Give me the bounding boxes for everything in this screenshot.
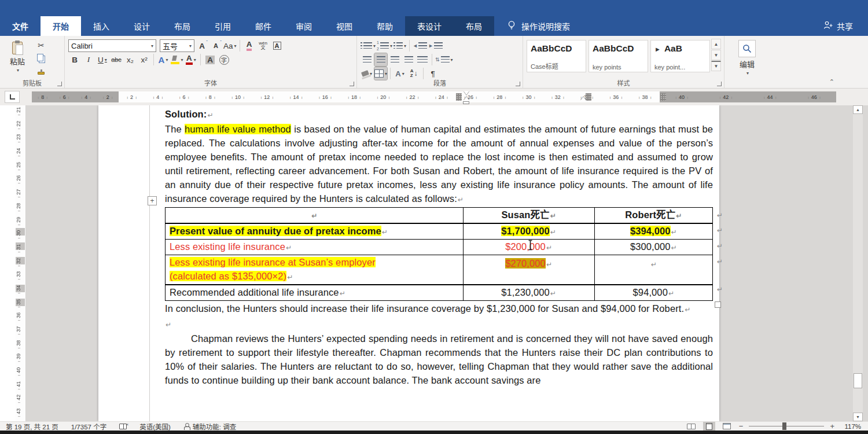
word-count[interactable]: 1/7357 个字 xyxy=(71,422,106,431)
cut-button[interactable]: ✂ xyxy=(35,39,47,52)
collapse-ribbon-button[interactable]: ⌃ xyxy=(829,78,834,86)
table-move-handle[interactable]: + xyxy=(148,196,157,205)
bullets-button[interactable]: ▾ xyxy=(361,39,376,52)
character-shading-button[interactable]: A xyxy=(204,53,216,66)
header-empty-cell[interactable]: ↵ xyxy=(165,208,464,224)
font-name-combobox[interactable]: Calibri▾ xyxy=(68,39,156,52)
align-right-button[interactable] xyxy=(388,53,401,66)
styles-gallery-more-button[interactable]: ▼ xyxy=(711,61,721,71)
table-resize-handle[interactable] xyxy=(715,301,721,308)
line-spacing-button[interactable]: ⇅▾ xyxy=(435,53,453,66)
tab-file[interactable]: 文件 xyxy=(0,16,41,36)
row-label-cell[interactable]: Less existing life insurance↵ xyxy=(165,240,464,255)
zoom-out-button[interactable]: − xyxy=(739,422,744,431)
tab-layout[interactable]: 布局 xyxy=(162,16,203,36)
align-left-button[interactable] xyxy=(361,53,373,66)
tab-table-design[interactable]: 表设计 xyxy=(405,16,454,36)
first-line-indent-marker[interactable] xyxy=(464,91,469,95)
row-label-cell[interactable]: Less existing life insurance at Susan’s … xyxy=(165,255,464,285)
document-page[interactable]: Solution:↵ The human life value method i… xyxy=(98,105,719,421)
language-indicator[interactable]: 英语(美国) xyxy=(139,422,171,431)
tell-me-search[interactable]: 操作说明搜索 xyxy=(507,16,570,36)
table-column-marker-icon[interactable] xyxy=(456,93,462,101)
subscript-button[interactable]: x₂ xyxy=(124,53,137,66)
font-dialog-launcher-icon[interactable] xyxy=(350,82,354,86)
distribute-button[interactable] xyxy=(416,53,429,66)
solution-heading[interactable]: Solution:↵ xyxy=(165,107,713,122)
styles-scroll-down-button[interactable]: ▼ xyxy=(711,50,721,60)
clipboard-dialog-launcher-icon[interactable] xyxy=(57,82,62,86)
increase-indent-button[interactable]: ► xyxy=(428,39,443,52)
text-effects-button[interactable]: A▾ xyxy=(157,53,170,66)
hanging-indent-marker[interactable] xyxy=(464,97,469,101)
styles-scroll-up-button[interactable]: ▲ xyxy=(711,39,721,49)
text-highlight-button[interactable]: ▾ xyxy=(171,53,183,66)
align-center-button[interactable] xyxy=(374,53,387,66)
tab-help[interactable]: 帮助 xyxy=(365,16,405,36)
bold-button[interactable]: B xyxy=(68,53,81,66)
copy-button[interactable] xyxy=(35,52,47,65)
font-size-combobox[interactable]: 五号▾ xyxy=(160,39,194,52)
zoom-level[interactable]: 117% xyxy=(840,423,861,430)
susan-value-cell[interactable]: $270,000↵ xyxy=(463,255,594,285)
header-robert-cell[interactable]: Robert死亡↵ xyxy=(594,208,712,224)
tab-view[interactable]: 视图 xyxy=(324,16,365,36)
numbering-button[interactable]: 12▾ xyxy=(377,39,392,52)
paste-button[interactable]: 粘贴 ▾ xyxy=(3,39,31,76)
format-painter-button[interactable] xyxy=(35,65,47,78)
proofing-icon[interactable]: × xyxy=(119,424,127,429)
susan-value-cell[interactable]: $1,230,000↵ xyxy=(463,285,594,301)
tab-insert[interactable]: 插入 xyxy=(81,16,122,36)
italic-button[interactable]: I xyxy=(82,53,95,66)
paragraph-dialog-launcher-icon[interactable] xyxy=(516,82,520,86)
decrease-indent-button[interactable]: ◄ xyxy=(413,39,427,52)
editing-button[interactable]: 编辑 ▾ xyxy=(728,39,766,76)
header-susan-cell[interactable]: Susan死亡↵ xyxy=(463,208,594,224)
robert-value-cell[interactable]: $94,000↵ xyxy=(594,285,712,301)
tab-table-layout[interactable]: 布局 xyxy=(454,16,494,36)
scroll-down-button[interactable]: ▼ xyxy=(853,413,863,421)
multilevel-list-button[interactable]: ▾ xyxy=(393,39,406,52)
page-indicator[interactable]: 第 19 页, 共 21 页 xyxy=(6,422,58,431)
robert-value-cell[interactable]: ↵ xyxy=(594,255,712,285)
read-mode-button[interactable] xyxy=(685,422,697,431)
vertical-scrollbar[interactable]: ▲ ▼ xyxy=(853,105,863,421)
accessibility-status[interactable]: 辅助功能: 调查 xyxy=(183,422,236,431)
scrollbar-thumb[interactable] xyxy=(854,373,862,388)
character-border-button[interactable]: A xyxy=(271,39,284,52)
table-column-marker-icon[interactable] xyxy=(586,93,591,101)
empty-paragraph[interactable]: ↵ xyxy=(165,317,713,332)
tab-mailings[interactable]: 邮件 xyxy=(243,16,284,36)
tab-stop-selector[interactable] xyxy=(5,91,20,103)
styles-dialog-launcher-icon[interactable] xyxy=(717,82,722,86)
grow-font-button[interactable]: Aˆ xyxy=(196,39,208,52)
table-column-marker-icon[interactable] xyxy=(660,93,666,101)
row-label-cell[interactable]: Present value of annuity due of pretax i… xyxy=(165,223,464,240)
strikethrough-button[interactable]: abc xyxy=(110,53,123,66)
print-layout-button[interactable] xyxy=(703,422,715,431)
share-button[interactable]: 共享 xyxy=(823,16,853,36)
row-label-cell[interactable]: Recommended additional life insurance↵ xyxy=(165,285,464,301)
style-case-title[interactable]: AaBbCcD Case标题 xyxy=(527,40,586,72)
justify-button[interactable] xyxy=(402,53,415,66)
clear-formatting-button[interactable]: A xyxy=(243,39,256,52)
susan-value-cell[interactable]: $1,700,000↵ xyxy=(463,223,594,240)
enclose-characters-button[interactable]: 字 xyxy=(218,53,230,66)
tab-home[interactable]: 开始 xyxy=(41,16,81,36)
scroll-up-button[interactable]: ▲ xyxy=(853,105,863,114)
conclusion-paragraph[interactable]: In conclusion, the Hunters should increa… xyxy=(165,301,713,317)
zoom-slider-thumb[interactable] xyxy=(782,422,786,430)
zoom-in-button[interactable]: + xyxy=(830,422,834,431)
style-key-points[interactable]: AaBbCcD key points xyxy=(589,40,648,72)
hanging-indent-marker[interactable] xyxy=(580,97,586,101)
robert-value-cell[interactable]: $394,000↵ xyxy=(594,223,712,240)
chapman-paragraph[interactable]: Chapman reviews the Hunters’ expected sp… xyxy=(165,332,713,387)
style-key-point-list[interactable]: ►AaB key point... xyxy=(650,40,710,72)
web-layout-button[interactable] xyxy=(721,422,733,431)
document-content[interactable]: Solution:↵ The human life value method i… xyxy=(165,107,713,387)
zoom-slider[interactable] xyxy=(749,426,824,426)
underline-button[interactable]: U▾ xyxy=(96,53,109,66)
phonetic-guide-button[interactable]: wén文 xyxy=(257,39,270,52)
left-indent-marker[interactable] xyxy=(463,101,469,104)
tab-review[interactable]: 审阅 xyxy=(284,16,324,36)
